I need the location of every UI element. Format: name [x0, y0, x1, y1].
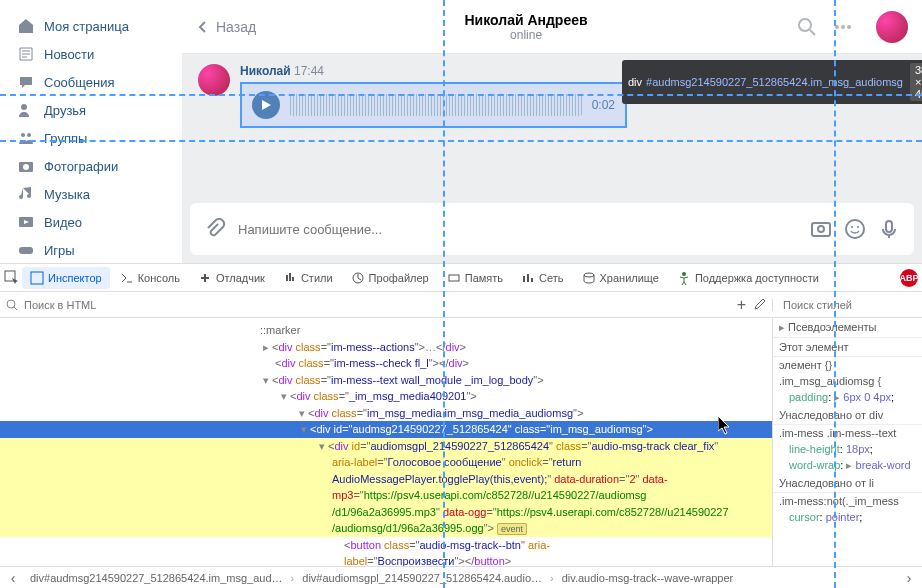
attach-icon[interactable] — [204, 218, 226, 240]
groups-icon — [18, 130, 34, 146]
tab-network[interactable]: Сеть — [513, 267, 571, 289]
dom-tree[interactable]: ::marker ▸<div class="im-mess--actions">… — [0, 318, 772, 566]
svg-point-21 — [584, 273, 594, 277]
sidebar-item-label: Моя страница — [44, 19, 129, 34]
sidebar-item-label: Музыка — [44, 187, 90, 202]
twisty-icon[interactable]: ▾ — [316, 438, 328, 455]
tooltip-selector: #audmsg214590227_512865424.im_msg_audiom… — [646, 76, 903, 88]
svg-point-23 — [7, 300, 15, 308]
video-icon — [18, 214, 34, 230]
audio-message[interactable]: 0:02 — [240, 82, 627, 128]
tab-debugger[interactable]: Отладчик — [190, 267, 273, 289]
svg-point-7 — [799, 19, 811, 31]
profiler-icon — [351, 271, 365, 285]
inspector-tooltip: div#audmsg214590227_512865424.im_msg_aud… — [622, 60, 922, 104]
tab-label: Отладчик — [216, 272, 265, 284]
svg-rect-20 — [449, 275, 459, 281]
tab-label: Профайлер — [369, 272, 429, 284]
sidebar-item-label: Друзья — [44, 103, 86, 118]
msg-time: 17:44 — [294, 64, 324, 78]
tab-styles[interactable]: Стили — [275, 267, 341, 289]
sidebar-item-mypage[interactable]: Моя страница — [0, 12, 182, 40]
message-input[interactable] — [238, 222, 798, 237]
memory-icon — [447, 271, 461, 285]
add-icon[interactable]: + — [737, 296, 746, 314]
tab-label: Сеть — [539, 272, 563, 284]
svg-rect-6 — [19, 247, 33, 254]
inherit-div-section: Унаследовано от div — [773, 406, 922, 425]
bc-scroll-right[interactable]: › — [900, 570, 918, 586]
home-icon — [18, 18, 34, 34]
event-badge[interactable]: event — [497, 523, 527, 535]
sender-name[interactable]: Николай — [240, 64, 291, 78]
twisty-icon[interactable]: ▾ — [278, 388, 290, 405]
devtools: Инспектор Консоль Отладчик Стили Профайл… — [0, 264, 922, 588]
twisty-icon[interactable]: ▾ — [260, 372, 272, 389]
sidebar-item-label: Сообщения — [44, 75, 115, 90]
sender-avatar[interactable] — [198, 64, 230, 96]
svg-point-4 — [23, 164, 29, 170]
newspaper-icon — [18, 46, 34, 62]
tab-memory[interactable]: Память — [439, 267, 511, 289]
devtools-tabs: Инспектор Консоль Отладчик Стили Профайл… — [0, 264, 922, 292]
dom-search-input[interactable] — [24, 299, 731, 311]
bc-scroll-left[interactable]: ‹ — [4, 570, 22, 586]
svg-point-1 — [21, 133, 25, 137]
play-icon — [262, 100, 272, 110]
styles-pane[interactable]: ▸ Псевдоэлементы Этот элемент элемент {}… — [772, 318, 922, 566]
waveform[interactable] — [290, 94, 582, 116]
breadcrumb-item[interactable]: div.audio-msg-track--wave-wrapper — [556, 571, 740, 585]
this-element-section: Этот элемент — [773, 338, 922, 357]
abp-icon[interactable]: ABP — [900, 269, 918, 287]
chat-name: Николай Андреев — [256, 12, 796, 28]
tab-label: Инспектор — [48, 272, 102, 284]
breadcrumb-item[interactable]: div#audmsg214590227_512865424.im_msg_aud… — [24, 571, 289, 585]
friends-icon — [18, 102, 34, 118]
svg-rect-18 — [31, 272, 43, 284]
tab-profiler[interactable]: Профайлер — [343, 267, 437, 289]
svg-point-0 — [21, 104, 27, 110]
twisty-icon[interactable]: ▸ — [260, 339, 272, 356]
tab-console[interactable]: Консоль — [112, 267, 188, 289]
tab-storage[interactable]: Хранилище — [574, 267, 667, 289]
sidebar-item-video[interactable]: Видео — [0, 208, 182, 236]
emoji-icon[interactable] — [844, 218, 866, 240]
pick-element-icon[interactable] — [4, 270, 20, 286]
pseudo-section[interactable]: ▸ Псевдоэлементы — [773, 318, 922, 338]
svg-point-15 — [857, 226, 859, 228]
tab-label: Хранилище — [600, 272, 659, 284]
tab-accessibility[interactable]: Поддержка доступности — [669, 267, 827, 289]
games-icon — [18, 242, 34, 258]
styles-search-input[interactable] — [783, 299, 921, 311]
network-icon — [521, 271, 535, 285]
accessibility-icon — [677, 271, 691, 285]
sidebar-item-friends[interactable]: Друзья — [0, 96, 182, 124]
twisty-icon[interactable]: ▾ — [296, 405, 308, 422]
search-icon[interactable] — [796, 16, 818, 38]
play-button[interactable] — [252, 91, 280, 119]
more-icon[interactable] — [832, 16, 854, 38]
sidebar-item-music[interactable]: Музыка — [0, 180, 182, 208]
dom-selected-node[interactable]: ▾<div id="audmsg214590227_512865424" cla… — [0, 421, 772, 438]
mic-icon[interactable] — [878, 218, 900, 240]
sidebar-item-games[interactable]: Игры — [0, 236, 182, 264]
svg-rect-16 — [886, 221, 892, 232]
music-icon — [18, 186, 34, 202]
chat-pane: Назад Николай Андреев online div#audmsg2… — [182, 0, 922, 263]
devtools-search-row: + — [0, 292, 922, 318]
photo-icon[interactable] — [810, 218, 832, 240]
chat-status: online — [256, 28, 796, 42]
chat-avatar[interactable] — [876, 11, 908, 43]
sidebar-item-photos[interactable]: Фотографии — [0, 152, 182, 180]
eyedropper-icon[interactable] — [752, 298, 766, 312]
chat-header: Назад Николай Андреев online — [182, 0, 922, 54]
tab-inspector[interactable]: Инспектор — [22, 267, 110, 289]
chevron-left-icon — [196, 20, 210, 34]
chat-title[interactable]: Николай Андреев online — [256, 12, 796, 42]
back-button[interactable]: Назад — [196, 19, 256, 35]
sidebar-item-news[interactable]: Новости — [0, 40, 182, 68]
sidebar-item-groups[interactable]: Группы — [0, 124, 182, 152]
sidebar-item-messages[interactable]: Сообщения — [0, 68, 182, 96]
svg-point-13 — [846, 220, 864, 238]
breadcrumb-item[interactable]: div#audiomsgpl_214590227_512865424.audio… — [296, 571, 548, 585]
